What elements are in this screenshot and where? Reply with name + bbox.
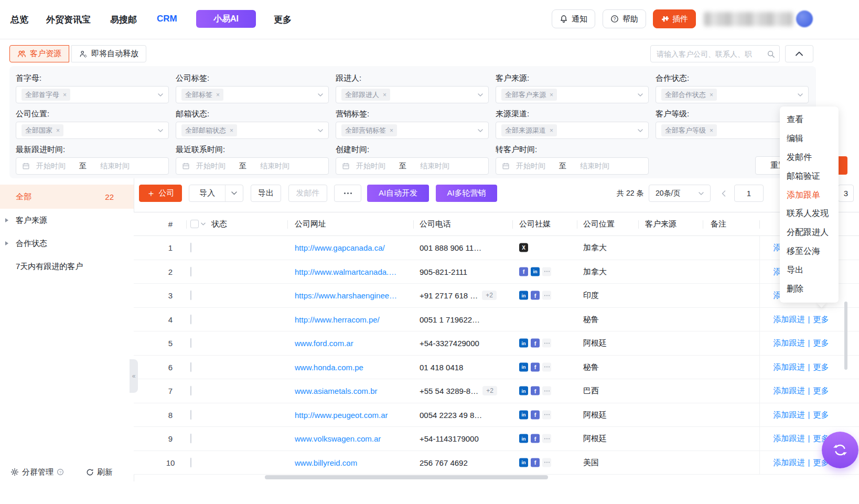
add-company-button[interactable]: ＋ 公司 [139, 185, 182, 202]
remove-tag-icon[interactable]: × [383, 91, 386, 99]
vertical-scrollbar[interactable] [844, 302, 847, 370]
notifications-button[interactable]: 通知 [552, 9, 595, 28]
nav-item-3[interactable]: 易搜邮 [110, 14, 137, 26]
nav-item-xiaoyi-ai[interactable]: 小易AI [196, 10, 256, 28]
sidebar-item-1[interactable]: 全部22 [0, 185, 134, 209]
context-menu-item-6[interactable]: 联系人发现 [780, 205, 839, 223]
company-website-link[interactable]: www.volkswagen.com.ar [295, 434, 381, 443]
sidebar-collapse-handle[interactable]: « [130, 359, 138, 393]
remove-tag-icon[interactable]: × [710, 91, 713, 99]
more-actions-link[interactable]: 更多 [813, 362, 829, 371]
pagination-prev-button[interactable] [717, 185, 731, 202]
remove-tag-icon[interactable]: × [216, 91, 220, 99]
linkedin-icon[interactable]: in [519, 458, 528, 467]
help-circle-icon[interactable]: ? [57, 468, 64, 476]
checkbox-icon[interactable] [190, 220, 199, 228]
row-checkbox[interactable] [190, 266, 191, 276]
more-actions-link[interactable]: 更多 [813, 386, 829, 395]
linkedin-icon[interactable]: in [519, 362, 528, 371]
more-social-icon[interactable] [542, 410, 551, 419]
caret-right-icon[interactable] [5, 241, 8, 245]
column-source[interactable]: 客户来源 [645, 219, 677, 229]
chevron-down-icon[interactable] [201, 222, 206, 226]
date-range-input[interactable]: 开始时间至结束时间 [336, 157, 489, 175]
remove-tag-icon[interactable]: × [390, 127, 393, 134]
page-size-select[interactable]: 20条/页 [649, 185, 711, 202]
filter-select[interactable]: 全部标签× [176, 86, 329, 103]
column-remark[interactable]: 备注 [711, 219, 726, 229]
export-button[interactable]: 导出 [251, 185, 281, 202]
help-button[interactable]: ? 帮助 [603, 9, 646, 28]
column-social[interactable]: 公司社媒 [519, 219, 551, 229]
collapse-filters-button[interactable] [785, 45, 813, 62]
facebook-icon[interactable]: f [531, 410, 540, 419]
row-checkbox[interactable] [190, 291, 191, 301]
row-checkbox[interactable] [190, 386, 191, 396]
sync-fab-button[interactable] [822, 432, 858, 468]
context-menu-item-9[interactable]: 导出 [780, 261, 839, 280]
linkedin-icon[interactable]: in [519, 387, 528, 395]
more-actions-link[interactable]: 更多 [813, 338, 829, 347]
user-avatar[interactable] [796, 10, 813, 27]
chevron-down-icon[interactable] [226, 191, 243, 195]
context-menu-item-8[interactable]: 移至公海 [780, 242, 839, 261]
more-social-icon[interactable] [542, 267, 551, 276]
add-follow-up-link[interactable]: 添加跟进 [774, 386, 805, 395]
user-name-redacted[interactable] [704, 12, 793, 26]
facebook-icon[interactable]: f [531, 291, 540, 300]
more-actions-link[interactable]: 更多 [813, 410, 829, 419]
row-checkbox[interactable] [190, 410, 191, 420]
company-website-link[interactable]: https://www.harshaenginee… [295, 291, 397, 300]
tab-auto-release[interactable]: 即将自动释放 [71, 45, 146, 62]
facebook-icon[interactable]: f [519, 267, 528, 276]
company-website-link[interactable]: www.billyreid.com [295, 458, 357, 467]
row-checkbox[interactable] [190, 457, 191, 467]
caret-right-icon[interactable] [5, 218, 8, 222]
context-menu-item-7[interactable]: 分配跟进人 [780, 223, 839, 242]
remove-tag-icon[interactable]: × [550, 91, 553, 99]
more-social-icon[interactable] [542, 339, 551, 348]
more-actions-button[interactable] [334, 185, 361, 202]
linkedin-icon[interactable]: in [519, 291, 528, 300]
filter-select[interactable]: 全部国家× [16, 122, 169, 139]
filter-select[interactable]: 全部来源渠道× [496, 122, 649, 139]
more-social-icon[interactable] [542, 362, 551, 371]
more-social-icon[interactable] [542, 458, 551, 467]
company-website-link[interactable]: http://www.peugeot.com.ar [295, 410, 388, 419]
company-website-link[interactable]: www.honda.com.pe [295, 362, 363, 371]
tab-customer-resources[interactable]: 客户资源 [9, 45, 69, 62]
nav-item-4[interactable]: CRM [157, 14, 177, 24]
horizontal-scrollbar[interactable] [265, 475, 548, 479]
group-manage-button[interactable]: 分群管理 ? [10, 467, 64, 477]
company-website-link[interactable]: http://www.gapcanada.ca/ [295, 243, 385, 252]
search-icon[interactable] [767, 50, 775, 58]
filter-select[interactable]: 全部邮箱状态× [176, 122, 329, 139]
company-website-link[interactable]: http://www.herracom.pe/ [295, 315, 380, 324]
more-actions-link[interactable]: 更多 [813, 314, 829, 323]
nav-item-1[interactable]: 总览 [10, 14, 28, 26]
date-range-input[interactable]: 开始时间至结束时间 [16, 157, 169, 175]
facebook-icon[interactable]: f [531, 387, 540, 395]
pagination-page-3[interactable]: 3 [838, 185, 854, 202]
linkedin-icon[interactable]: in [519, 434, 528, 443]
column-website[interactable]: 公司网址 [295, 219, 326, 229]
filter-select[interactable]: 全部客户来源× [496, 86, 649, 103]
phone-extra-badge[interactable]: +2 [482, 386, 497, 395]
row-checkbox[interactable] [190, 314, 191, 324]
row-checkbox[interactable] [190, 362, 191, 372]
context-menu-item-10[interactable]: 删除 [780, 280, 839, 298]
company-website-link[interactable]: www.asiametals.com.br [295, 387, 378, 395]
remove-tag-icon[interactable]: × [63, 91, 67, 99]
add-follow-up-link[interactable]: 添加跟进 [774, 434, 805, 443]
context-menu-item-2[interactable]: 编辑 [780, 130, 839, 148]
add-follow-up-link[interactable]: 添加跟进 [774, 314, 805, 323]
add-follow-up-link[interactable]: 添加跟进 [774, 457, 805, 466]
remove-tag-icon[interactable]: × [550, 127, 553, 134]
plugin-button[interactable]: 插件 [653, 9, 696, 28]
remove-tag-icon[interactable]: × [230, 127, 233, 134]
facebook-icon[interactable]: f [531, 434, 540, 443]
date-range-input[interactable]: 开始时间至结束时间 [496, 157, 649, 175]
linkedin-icon[interactable]: in [519, 339, 528, 348]
more-social-icon[interactable] [542, 291, 551, 300]
nav-item-2[interactable]: 外贸资讯宝 [46, 14, 91, 26]
